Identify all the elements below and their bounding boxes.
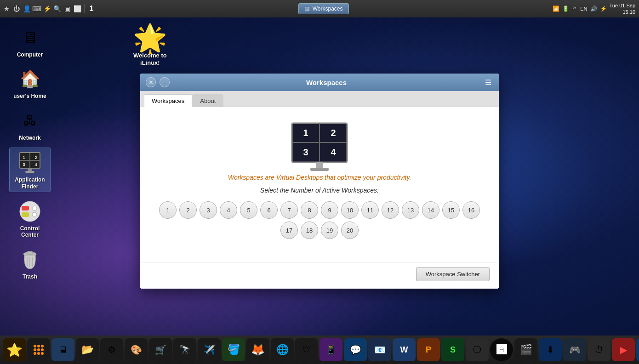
num-btn-2[interactable]: 2	[179, 201, 197, 219]
svg-rect-14	[29, 205, 30, 217]
num-btn-9[interactable]: 9	[321, 201, 338, 219]
dock-sheets[interactable]: S	[441, 338, 464, 361]
dock-timeshift[interactable]: ⏱	[588, 338, 610, 361]
num-btn-12[interactable]: 12	[382, 201, 399, 219]
num-btn-14[interactable]: 14	[422, 201, 439, 219]
num-btn-6[interactable]: 6	[260, 201, 278, 219]
svg-point-31	[41, 345, 44, 347]
svg-text:1: 1	[23, 155, 25, 160]
workspace-number[interactable]: 1	[87, 4, 96, 13]
tab-about[interactable]: About	[192, 94, 223, 107]
select-label: Select the Number of Active Workspaces:	[260, 187, 379, 194]
num-btn-7[interactable]: 7	[280, 201, 298, 219]
dock-screen-rec[interactable]: 🖵	[466, 338, 489, 361]
app-finder-label: ApplicationFinder	[15, 176, 45, 190]
dock-control[interactable]: ⚙	[100, 338, 123, 361]
dock-colors[interactable]: 🎨	[125, 338, 148, 361]
monitor-svg: 1 2 3 4	[287, 121, 352, 174]
dock-binoculars[interactable]: 🔭	[173, 338, 196, 361]
dock-firefox[interactable]: 🦊	[246, 338, 269, 361]
user-icon[interactable]: 👤	[22, 4, 31, 13]
computer-icon: 🖥	[17, 25, 43, 51]
num-btn-11[interactable]: 11	[361, 201, 379, 219]
dock-shop[interactable]: 🛒	[149, 338, 172, 361]
dock-qbittorrent[interactable]: ⬇	[539, 338, 562, 361]
svg-point-35	[34, 352, 36, 355]
dialog-tabs: Workspaces About	[140, 91, 499, 107]
trash-icon	[17, 247, 43, 273]
num-btn-10[interactable]: 10	[341, 201, 359, 219]
workspace-switcher-button[interactable]: Workspace Switcher	[416, 267, 490, 281]
dialog-content: 1 2 3 4 Workspaces are Virtual Desktops …	[140, 107, 499, 262]
num-btn-3[interactable]: 3	[200, 201, 217, 219]
num-btn-13[interactable]: 13	[402, 201, 419, 219]
workspaces-window-label: Workspaces	[313, 6, 343, 12]
dock-anote[interactable]: 🅰	[490, 338, 513, 361]
minimize-button[interactable]: –	[160, 77, 170, 87]
num-btn-18[interactable]: 18	[301, 222, 318, 239]
num-btn-17[interactable]: 17	[280, 222, 298, 239]
menu-button[interactable]: ☰	[483, 77, 493, 87]
num-btn-15[interactable]: 15	[442, 201, 460, 219]
svg-rect-27	[316, 162, 323, 168]
num-btn-5[interactable]: 5	[240, 201, 257, 219]
power-icon[interactable]: ⏻	[12, 4, 21, 13]
home-label: user's Home	[13, 93, 46, 99]
dialog-subtitle: Workspaces are Virtual Desktops that opt…	[228, 174, 411, 181]
dock-steam[interactable]: 🎮	[563, 338, 586, 361]
desktop-icon-control-center[interactable]: Control Center	[9, 197, 51, 240]
close-button[interactable]: ✕	[146, 77, 156, 87]
num-btn-8[interactable]: 8	[301, 201, 318, 219]
dock-star[interactable]: ⭐	[3, 338, 26, 361]
svg-rect-19	[27, 251, 33, 254]
dock-bucket[interactable]: 🪣	[222, 338, 245, 361]
desktop-icon-trash[interactable]: Trash	[9, 245, 51, 282]
datetime: Tue 01 Sep 15:10	[610, 2, 635, 16]
keyboard-icon[interactable]: ⌨	[32, 4, 41, 13]
dock-files[interactable]: 📂	[76, 338, 99, 361]
dock-proxy[interactable]: 🛡	[295, 338, 318, 361]
desktop-icon-computer[interactable]: 🖥 Computer	[9, 23, 51, 60]
dock-vlc[interactable]: 🎬	[514, 338, 537, 361]
dock-dots[interactable]	[27, 338, 50, 361]
star-icon[interactable]: ★	[2, 4, 11, 13]
dock-viber[interactable]: 📱	[320, 338, 342, 361]
app-icon[interactable]: ⚡	[42, 4, 51, 13]
dock-chrome[interactable]: 🌐	[271, 338, 294, 361]
dock-teamviewer[interactable]: 📡	[636, 338, 639, 361]
search-icon[interactable]: 🔍	[52, 4, 62, 13]
desktop-icon-network[interactable]: 🖧 Network	[9, 106, 51, 143]
dialog-footer: Workspace Switcher	[140, 262, 499, 289]
dock-send[interactable]: ✈️	[198, 338, 221, 361]
num-btn-20[interactable]: 20	[341, 222, 359, 239]
desktop-icon-home[interactable]: 🏠 user's Home	[9, 64, 51, 101]
desktop-icon-app-finder[interactable]: 1 2 3 4 ApplicationFinder	[9, 148, 51, 192]
dock-anydesk[interactable]: ▶	[612, 338, 635, 361]
screen-icon[interactable]: ▣	[63, 4, 72, 13]
tab-workspaces[interactable]: Workspaces	[144, 94, 192, 107]
computer-label: Computer	[17, 51, 43, 58]
svg-text:3: 3	[23, 162, 25, 167]
dock-wps[interactable]: P	[417, 338, 440, 361]
svg-text:3: 3	[303, 147, 308, 157]
dock-finder[interactable]: 🖥	[51, 338, 74, 361]
number-row: 1234567891011121314151617181920	[149, 201, 490, 239]
desktop-icon-welcome[interactable]: 🌟 Welcome toiLinux!	[133, 25, 167, 66]
workspaces-window-button[interactable]: ⊞ Workspaces	[298, 3, 349, 14]
svg-text:2: 2	[34, 155, 37, 160]
num-btn-19[interactable]: 19	[321, 222, 338, 239]
svg-text:1: 1	[303, 128, 308, 138]
svg-rect-28	[310, 168, 329, 171]
num-btn-4[interactable]: 4	[220, 201, 237, 219]
bluetooth-icon[interactable]: ⚡	[600, 6, 607, 12]
dock-word[interactable]: W	[393, 338, 416, 361]
keyboard-layout[interactable]: EN	[580, 6, 587, 11]
dock-skype[interactable]: 💬	[344, 338, 367, 361]
time-display: 15:10	[610, 9, 635, 15]
window-icon[interactable]: ⬜	[73, 4, 82, 13]
volume-icon[interactable]: 🔊	[590, 6, 597, 12]
svg-rect-7	[28, 168, 32, 171]
dock-thunderbird[interactable]: 📧	[368, 338, 391, 361]
num-btn-1[interactable]: 1	[159, 201, 177, 219]
num-btn-16[interactable]: 16	[462, 201, 480, 219]
